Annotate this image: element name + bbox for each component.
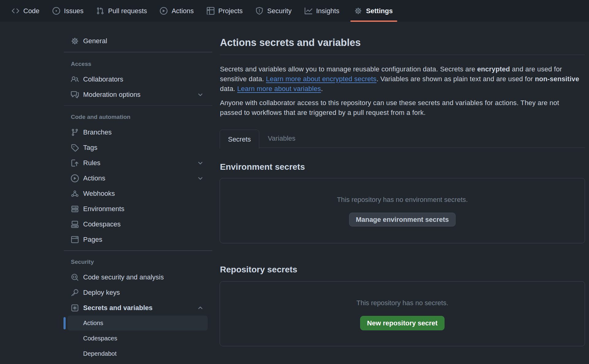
gear-icon [71,37,79,45]
sidebar-subitem-label: Dependabot [83,350,117,357]
sidebar-item-label: Codespaces [83,220,121,228]
emphasis-text: non-sensitive [535,75,579,83]
empty-box-environment-secrets: This repository has no environment secre… [220,178,585,243]
section-heading-environment-secrets: Environment secrets [220,163,305,171]
sidebar-divider [64,250,212,251]
sidebar-item-actions[interactable]: Actions [64,171,212,186]
nav-tab-label: Pull requests [108,7,147,15]
table-icon [207,7,214,15]
sidebar-subitem-codespaces[interactable]: Codespaces [64,331,212,346]
page-title: Actions secrets and variables [220,38,361,48]
manage-environment-secrets-button[interactable]: Manage environment secrets [349,213,456,226]
issue-icon [52,7,60,15]
sidebar-divider [64,52,212,52]
sidebar-section-code-and-automation: Code and automation [64,112,212,122]
nav-tab-actions[interactable]: Actions [160,0,194,22]
code-icon [12,7,19,15]
link-learn-more-about-variables[interactable]: Learn more about variables [237,85,321,93]
codespaces-icon [71,220,79,228]
tab-secrets[interactable]: Secrets [220,130,259,149]
sidebar-item-deploy-keys[interactable]: Deploy keys [64,285,212,300]
sidebar-item-label: Deploy keys [83,289,120,297]
sidebar-subitem-dependabot[interactable]: Dependabot [64,346,212,362]
comments-icon [71,91,79,99]
pr-icon [96,7,104,15]
sidebar-item-branches[interactable]: Branches [64,125,212,140]
tab-variables[interactable]: Variables [259,130,304,147]
sidebar-item-collaborators[interactable]: Collaborators [64,72,212,87]
sidebar-item-label: Code security and analysis [83,273,164,281]
sidebar-item-environments[interactable]: Environments [64,201,212,217]
sidebar-item-label: Branches [83,128,112,136]
sidebar-item-label: Secrets and variables [83,304,152,312]
selected-accent-bar [64,317,66,329]
nav-tab-label: Issues [64,7,84,15]
sidebar-item-label: Pages [83,236,102,244]
chevron-down-icon [197,92,203,98]
link-learn-more-about-encrypted-secrets[interactable]: Learn more about encrypted secrets [266,75,376,83]
new-repository-secret-button[interactable]: New repository secret [360,316,445,330]
intro-paragraph: Secrets and variables allow you to manag… [220,64,579,94]
server-icon [71,205,79,213]
chevron-down-icon [197,160,203,166]
sidebar-item-label: Moderation options [83,91,141,99]
settings-sidebar: GeneralAccessCollaboratorsModeration opt… [64,33,212,362]
key-icon [71,289,79,297]
tag-icon [71,144,79,152]
emphasis-text: encrypted [477,65,510,73]
codescan-icon [71,273,79,281]
empty-box-repository-secrets: This repository has no secrets.New repos… [220,281,585,346]
settings-content: Actions secrets and variablesSecrets and… [220,0,585,364]
sidebar-subitem-actions[interactable]: Actions [64,316,212,331]
play-icon [71,174,79,182]
note-paragraph: Anyone with collaborator access to this … [220,98,559,118]
sidebar-divider [64,105,212,106]
sidebar-subitem-label: Codespaces [83,335,117,342]
chevron-down-icon [197,175,203,181]
sidebar-item-moderation-options[interactable]: Moderation options [64,87,212,102]
branch-icon [71,128,79,136]
sidebar-item-code-security-and-analysis[interactable]: Code security and analysis [64,270,212,285]
sidebar-item-label: Actions [83,174,105,182]
title-divider [220,55,585,55]
secrets-variables-tabnav: SecretsVariables [220,130,585,148]
section-heading-repository-secrets: Repository secrets [220,265,297,274]
nav-tab-pull-requests[interactable]: Pull requests [96,0,147,22]
rules-icon [71,159,79,167]
nav-tab-label: Code [23,7,40,15]
play-icon [160,7,167,15]
chevron-up-icon [197,305,203,311]
asterisk-icon [71,304,79,312]
sidebar-item-pages[interactable]: Pages [64,232,212,247]
nav-tab-label: Actions [171,7,194,15]
sidebar-item-codespaces[interactable]: Codespaces [64,217,212,232]
sidebar-item-label: Webhooks [83,190,115,198]
sidebar-item-label: General [83,37,107,45]
sidebar-item-webhooks[interactable]: Webhooks [64,186,212,201]
people-icon [71,75,79,83]
sidebar-item-label: Collaborators [83,75,123,83]
nav-tab-issues[interactable]: Issues [52,0,84,22]
sidebar-item-label: Tags [83,144,97,152]
sidebar-item-secrets-and-variables[interactable]: Secrets and variables [64,300,212,316]
sidebar-item-general[interactable]: General [64,33,212,49]
webhook-icon [71,190,79,198]
sidebar-section-access: Access [64,59,212,69]
nav-tab-code[interactable]: Code [12,0,40,22]
sidebar-item-label: Rules [83,159,100,167]
sidebar-item-label: Environments [83,205,125,213]
sidebar-item-rules[interactable]: Rules [64,155,212,171]
sidebar-subitem-label: Actions [83,320,103,327]
sidebar-item-tags[interactable]: Tags [64,140,212,155]
empty-state-text: This repository has no environment secre… [337,195,468,204]
browser-icon [71,236,79,244]
sidebar-section-security: Security [64,257,212,267]
empty-state-text: This repository has no secrets. [356,298,448,308]
